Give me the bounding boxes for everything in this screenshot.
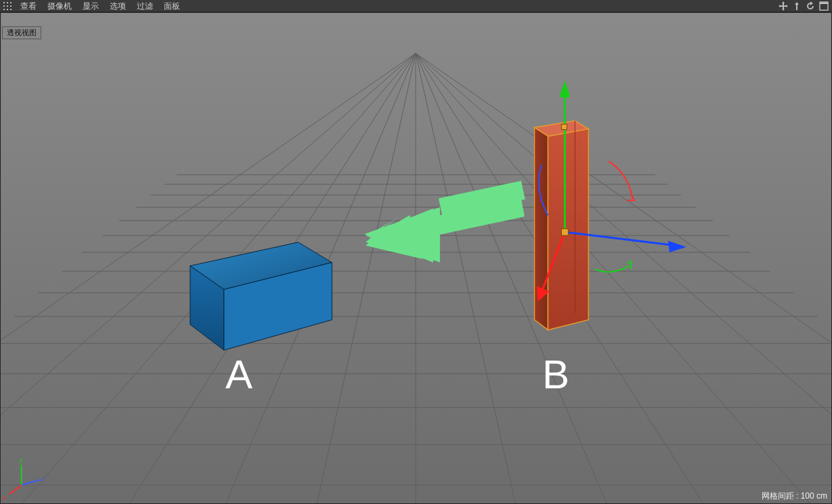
grid-icon bbox=[3, 1, 12, 11]
svg-text:y: y bbox=[20, 456, 23, 463]
label-b: B bbox=[542, 351, 569, 398]
zoom-camera-icon[interactable] bbox=[791, 1, 802, 12]
rotate-camera-icon[interactable] bbox=[805, 1, 816, 12]
svg-rect-5 bbox=[10, 5, 12, 7]
svg-rect-0 bbox=[3, 2, 5, 3]
perspective-viewport[interactable]: y z x 透视视图 A B 网格间距 : 100 cm bbox=[0, 12, 832, 504]
top-menubar: 查看 摄像机 显示 选项 过滤 面板 bbox=[0, 0, 832, 12]
move-camera-icon[interactable] bbox=[778, 1, 789, 12]
maximize-viewport-icon[interactable] bbox=[818, 1, 829, 12]
menu-options[interactable]: 选项 bbox=[104, 0, 131, 12]
menu-display[interactable]: 显示 bbox=[77, 0, 104, 12]
menu-filter[interactable]: 过滤 bbox=[131, 0, 158, 12]
svg-text:x: x bbox=[3, 494, 6, 501]
svg-rect-55 bbox=[561, 124, 567, 130]
object-cube-b[interactable] bbox=[535, 121, 589, 330]
menu-view[interactable]: 查看 bbox=[15, 0, 42, 12]
menu-panel[interactable]: 面板 bbox=[158, 0, 185, 12]
svg-marker-45 bbox=[535, 128, 548, 330]
svg-rect-2 bbox=[10, 2, 12, 3]
svg-rect-1 bbox=[7, 2, 8, 3]
svg-rect-7 bbox=[7, 9, 8, 10]
svg-rect-8 bbox=[10, 9, 12, 10]
viewport-tab[interactable]: 透视视图 bbox=[2, 26, 41, 39]
svg-rect-4 bbox=[7, 5, 8, 7]
grid-spacing-status: 网格间距 : 100 cm bbox=[762, 490, 827, 502]
svg-rect-6 bbox=[3, 9, 5, 10]
svg-rect-3 bbox=[3, 5, 5, 7]
svg-rect-10 bbox=[820, 2, 828, 4]
svg-text:z: z bbox=[42, 475, 45, 482]
menu-camera[interactable]: 摄像机 bbox=[42, 0, 77, 12]
svg-rect-54 bbox=[561, 229, 568, 235]
viewport-canvas: y z x bbox=[1, 13, 831, 503]
label-a: A bbox=[225, 351, 253, 398]
